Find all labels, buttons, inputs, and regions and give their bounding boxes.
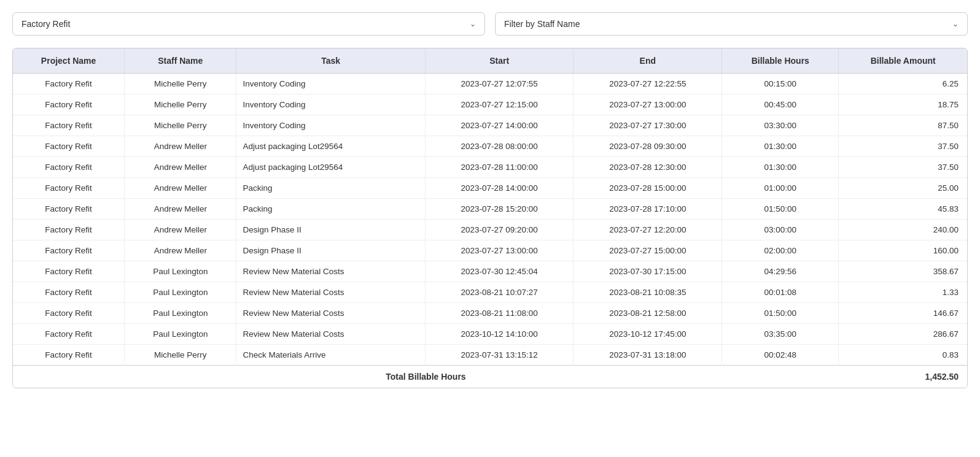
cell-hours: 04:29:56 (722, 261, 839, 282)
cell-task: Inventory Coding (236, 94, 425, 115)
cell-amount: 6.25 (839, 74, 967, 94)
table-row: Factory Refit Andrew Meller Design Phase… (13, 220, 967, 240)
cell-project: Factory Refit (13, 282, 125, 303)
staff-filter-label: Filter by Staff Name (504, 19, 580, 29)
cell-start: 2023-07-27 09:20:00 (425, 220, 574, 240)
cell-start: 2023-07-28 11:00:00 (425, 157, 574, 178)
cell-staff: Paul Lexington (125, 324, 236, 345)
table-row: Factory Refit Andrew Meller Design Phase… (13, 240, 967, 261)
table-row: Factory Refit Michelle Perry Check Mater… (13, 345, 967, 366)
table-row: Factory Refit Michelle Perry Inventory C… (13, 115, 967, 136)
cell-end: 2023-07-27 12:22:55 (574, 74, 722, 94)
cell-start: 2023-07-27 13:00:00 (425, 240, 574, 261)
cell-hours: 00:02:48 (722, 345, 839, 366)
staff-filter[interactable]: Filter by Staff Name ⌄ (495, 12, 968, 36)
cell-project: Factory Refit (13, 345, 125, 366)
table-row: Factory Refit Andrew Meller Packing 2023… (13, 178, 967, 199)
cell-staff: Michelle Perry (125, 345, 236, 366)
cell-end: 2023-07-28 09:30:00 (574, 136, 722, 157)
cell-staff: Paul Lexington (125, 261, 236, 282)
cell-amount: 0.83 (839, 345, 967, 366)
total-row: Total Billable Hours 1,452.50 (13, 366, 967, 388)
table-row: Factory Refit Andrew Meller Adjust packa… (13, 157, 967, 178)
cell-project: Factory Refit (13, 303, 125, 324)
cell-task: Design Phase II (236, 220, 425, 240)
col-start: Start (425, 48, 574, 74)
cell-project: Factory Refit (13, 136, 125, 157)
cell-hours: 01:50:00 (722, 303, 839, 324)
cell-end: 2023-07-30 17:15:00 (574, 261, 722, 282)
cell-task: Design Phase II (236, 240, 425, 261)
cell-amount: 358.67 (839, 261, 967, 282)
cell-task: Inventory Coding (236, 115, 425, 136)
cell-staff: Michelle Perry (125, 94, 236, 115)
cell-start: 2023-07-28 15:20:00 (425, 199, 574, 220)
cell-hours: 00:15:00 (722, 74, 839, 94)
cell-start: 2023-08-21 10:07:27 (425, 282, 574, 303)
cell-staff: Andrew Meller (125, 157, 236, 178)
cell-staff: Andrew Meller (125, 199, 236, 220)
col-end: End (574, 48, 722, 74)
col-billable-amount: Billable Amount (839, 48, 967, 74)
col-task: Task (236, 48, 425, 74)
cell-hours: 00:01:08 (722, 282, 839, 303)
cell-amount: 37.50 (839, 157, 967, 178)
cell-staff: Andrew Meller (125, 220, 236, 240)
cell-end: 2023-07-31 13:18:00 (574, 345, 722, 366)
cell-staff: Paul Lexington (125, 282, 236, 303)
cell-staff: Andrew Meller (125, 136, 236, 157)
cell-project: Factory Refit (13, 115, 125, 136)
cell-staff: Michelle Perry (125, 115, 236, 136)
table-row: Factory Refit Paul Lexington Review New … (13, 261, 967, 282)
project-filter-chevron: ⌄ (470, 20, 476, 28)
data-table-container: Project Name Staff Name Task Start End B… (12, 48, 968, 388)
cell-staff: Michelle Perry (125, 74, 236, 94)
col-staff-name: Staff Name (125, 48, 236, 74)
cell-end: 2023-08-21 12:58:00 (574, 303, 722, 324)
table-row: Factory Refit Paul Lexington Review New … (13, 324, 967, 345)
cell-amount: 25.00 (839, 178, 967, 199)
cell-amount: 160.00 (839, 240, 967, 261)
col-project-name: Project Name (13, 48, 125, 74)
filter-bar: Factory Refit ⌄ Filter by Staff Name ⌄ (12, 12, 968, 36)
cell-start: 2023-10-12 14:10:00 (425, 324, 574, 345)
cell-project: Factory Refit (13, 94, 125, 115)
staff-filter-chevron: ⌄ (952, 20, 959, 28)
project-filter[interactable]: Factory Refit ⌄ (12, 12, 485, 36)
cell-project: Factory Refit (13, 240, 125, 261)
cell-amount: 286.67 (839, 324, 967, 345)
cell-amount: 87.50 (839, 115, 967, 136)
billable-hours-table: Project Name Staff Name Task Start End B… (13, 48, 967, 388)
cell-project: Factory Refit (13, 178, 125, 199)
cell-amount: 18.75 (839, 94, 967, 115)
cell-end: 2023-07-28 15:00:00 (574, 178, 722, 199)
cell-amount: 37.50 (839, 136, 967, 157)
cell-task: Review New Material Costs (236, 282, 425, 303)
table-row: Factory Refit Paul Lexington Review New … (13, 303, 967, 324)
cell-end: 2023-10-12 17:45:00 (574, 324, 722, 345)
cell-task: Review New Material Costs (236, 303, 425, 324)
cell-staff: Paul Lexington (125, 303, 236, 324)
cell-amount: 146.67 (839, 303, 967, 324)
cell-task: Packing (236, 178, 425, 199)
cell-start: 2023-07-28 14:00:00 (425, 178, 574, 199)
cell-hours: 02:00:00 (722, 240, 839, 261)
cell-task: Adjust packaging Lot29564 (236, 157, 425, 178)
cell-project: Factory Refit (13, 199, 125, 220)
cell-start: 2023-07-31 13:15:12 (425, 345, 574, 366)
cell-task: Adjust packaging Lot29564 (236, 136, 425, 157)
cell-staff: Andrew Meller (125, 178, 236, 199)
cell-hours: 03:30:00 (722, 115, 839, 136)
total-label: Total Billable Hours (13, 366, 839, 388)
cell-end: 2023-07-27 17:30:00 (574, 115, 722, 136)
cell-project: Factory Refit (13, 220, 125, 240)
cell-start: 2023-07-30 12:45:04 (425, 261, 574, 282)
cell-project: Factory Refit (13, 157, 125, 178)
cell-project: Factory Refit (13, 74, 125, 94)
cell-end: 2023-07-28 12:30:00 (574, 157, 722, 178)
cell-task: Inventory Coding (236, 74, 425, 94)
cell-project: Factory Refit (13, 324, 125, 345)
table-row: Factory Refit Paul Lexington Review New … (13, 282, 967, 303)
total-amount: 1,452.50 (839, 366, 967, 388)
col-billable-hours: Billable Hours (722, 48, 839, 74)
